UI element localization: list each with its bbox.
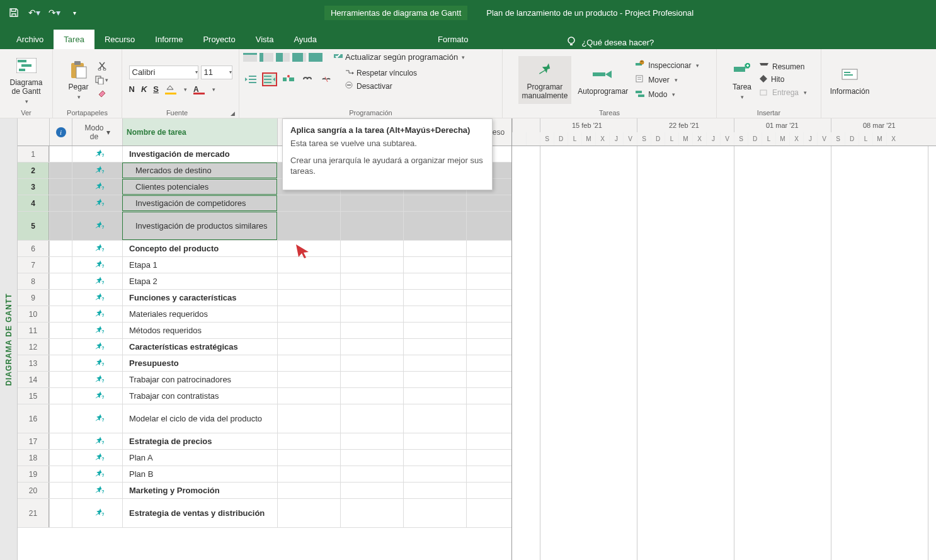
- mode-cell[interactable]: ?: [72, 372, 122, 387]
- indent-button[interactable]: [262, 72, 277, 86]
- cell[interactable]: [340, 212, 403, 240]
- task-name-cell[interactable]: Trabajar con patrocinadores: [122, 372, 277, 387]
- header-mode[interactable]: Modo de ▾: [72, 118, 122, 146]
- row-number[interactable]: 5: [18, 212, 49, 240]
- table-row[interactable]: 13?Presupuesto: [18, 355, 511, 372]
- mode-cell[interactable]: ?: [72, 212, 122, 240]
- cell[interactable]: [277, 404, 340, 433]
- row-number[interactable]: 21: [18, 499, 49, 527]
- row-number[interactable]: 14: [18, 372, 49, 387]
- task-name-cell[interactable]: Trabajar con contratistas: [122, 388, 277, 404]
- bold-button[interactable]: N: [129, 84, 135, 94]
- row-number[interactable]: 6: [18, 241, 49, 256]
- cell[interactable]: [340, 339, 403, 355]
- cell[interactable]: [277, 388, 340, 404]
- task-name-cell[interactable]: Materiales requeridos: [122, 306, 277, 322]
- actualizar-segun-button[interactable]: Actualizar según programación ▾: [333, 52, 466, 62]
- table-row[interactable]: 4?Investigación de competidores: [18, 195, 511, 212]
- italic-button[interactable]: K: [141, 84, 147, 94]
- task-name-cell[interactable]: Métodos requeridos: [122, 323, 277, 338]
- gantt-chart-button[interactable]: Diagrama de Gantt ▾: [7, 54, 45, 106]
- cell[interactable]: [340, 388, 403, 404]
- redo-icon[interactable]: ↷ ▾: [47, 5, 62, 20]
- tab-recurso[interactable]: Recurso: [94, 30, 145, 49]
- cell[interactable]: [277, 499, 340, 527]
- cell[interactable]: [466, 290, 511, 306]
- table-row[interactable]: 20?Marketing y Promoción: [18, 483, 511, 499]
- entrega-button[interactable]: Entrega ▾: [758, 88, 808, 98]
- outdent-button[interactable]: [243, 72, 258, 86]
- info-cell[interactable]: [49, 339, 72, 355]
- row-number[interactable]: 16: [18, 404, 49, 433]
- task-name-cell[interactable]: Características estratégicas: [122, 339, 277, 355]
- tell-me-search[interactable]: ¿Qué desea hacer?: [566, 36, 654, 49]
- info-cell[interactable]: [49, 483, 72, 498]
- modo-button[interactable]: Modo ▾: [634, 88, 700, 100]
- row-number[interactable]: 4: [18, 195, 49, 211]
- row-number[interactable]: 17: [18, 433, 49, 449]
- mode-cell[interactable]: ?: [72, 306, 122, 322]
- task-name-cell[interactable]: Estrategia de precios: [122, 433, 277, 449]
- resumen-button[interactable]: Resumen: [758, 62, 808, 72]
- mode-cell[interactable]: ?: [72, 257, 122, 273]
- mode-cell[interactable]: ?: [72, 499, 122, 527]
- cell[interactable]: [466, 323, 511, 338]
- pegar-button[interactable]: Pegar ▾: [66, 59, 91, 101]
- cell[interactable]: [403, 212, 466, 240]
- row-number[interactable]: 3: [18, 179, 49, 195]
- cell[interactable]: [340, 257, 403, 273]
- row-number[interactable]: 1: [18, 146, 49, 162]
- cell[interactable]: [277, 466, 340, 482]
- cell[interactable]: [340, 372, 403, 387]
- row-number[interactable]: 19: [18, 466, 49, 482]
- cell[interactable]: [403, 483, 466, 498]
- save-icon[interactable]: [6, 5, 21, 20]
- header-rownum[interactable]: [18, 118, 49, 146]
- tab-formato[interactable]: Formato: [428, 30, 478, 49]
- info-cell[interactable]: [49, 257, 72, 273]
- cell[interactable]: [466, 212, 511, 240]
- row-number[interactable]: 2: [18, 163, 49, 178]
- task-name-cell[interactable]: Plan B: [122, 466, 277, 482]
- table-row[interactable]: 12?Características estratégicas: [18, 339, 511, 355]
- format-painter-icon[interactable]: [95, 88, 109, 100]
- cell[interactable]: [403, 323, 466, 338]
- info-cell[interactable]: [49, 306, 72, 322]
- cell[interactable]: [277, 339, 340, 355]
- link-tasks-icon[interactable]: [300, 72, 315, 86]
- cell[interactable]: [277, 212, 340, 240]
- cell[interactable]: [340, 483, 403, 498]
- table-row[interactable]: 7?Etapa 1: [18, 257, 511, 273]
- cell[interactable]: [403, 339, 466, 355]
- table-row[interactable]: 14?Trabajar con patrocinadores: [18, 372, 511, 388]
- info-cell[interactable]: [49, 290, 72, 306]
- gantt-chart[interactable]: 15 feb '2122 feb '2101 mar '2108 mar '21…: [512, 118, 936, 560]
- cell[interactable]: [466, 404, 511, 433]
- cell[interactable]: [340, 241, 403, 256]
- cell[interactable]: [466, 466, 511, 482]
- cell[interactable]: [277, 483, 340, 498]
- cut-icon[interactable]: [95, 60, 109, 72]
- cell[interactable]: [277, 323, 340, 338]
- mode-cell[interactable]: ?: [72, 195, 122, 211]
- row-number[interactable]: 20: [18, 483, 49, 498]
- mode-cell[interactable]: ?: [72, 450, 122, 466]
- table-row[interactable]: 6?Concepto del producto: [18, 241, 511, 257]
- mode-cell[interactable]: ?: [72, 323, 122, 338]
- info-cell[interactable]: [49, 163, 72, 178]
- cell[interactable]: [403, 195, 466, 211]
- pct-75-icon[interactable]: [292, 53, 306, 62]
- mode-cell[interactable]: ?: [72, 339, 122, 355]
- mode-cell[interactable]: ?: [72, 146, 122, 162]
- task-name-cell[interactable]: Investigación de mercado: [122, 146, 277, 162]
- row-number[interactable]: 11: [18, 323, 49, 338]
- gantt-body[interactable]: [512, 146, 936, 560]
- mode-cell[interactable]: ?: [72, 163, 122, 178]
- cell[interactable]: [403, 273, 466, 289]
- cell[interactable]: [340, 273, 403, 289]
- tab-informe[interactable]: Informe: [145, 30, 193, 49]
- cell[interactable]: [403, 404, 466, 433]
- pct-0-icon[interactable]: [243, 53, 257, 62]
- row-number[interactable]: 12: [18, 339, 49, 355]
- cell[interactable]: [340, 355, 403, 371]
